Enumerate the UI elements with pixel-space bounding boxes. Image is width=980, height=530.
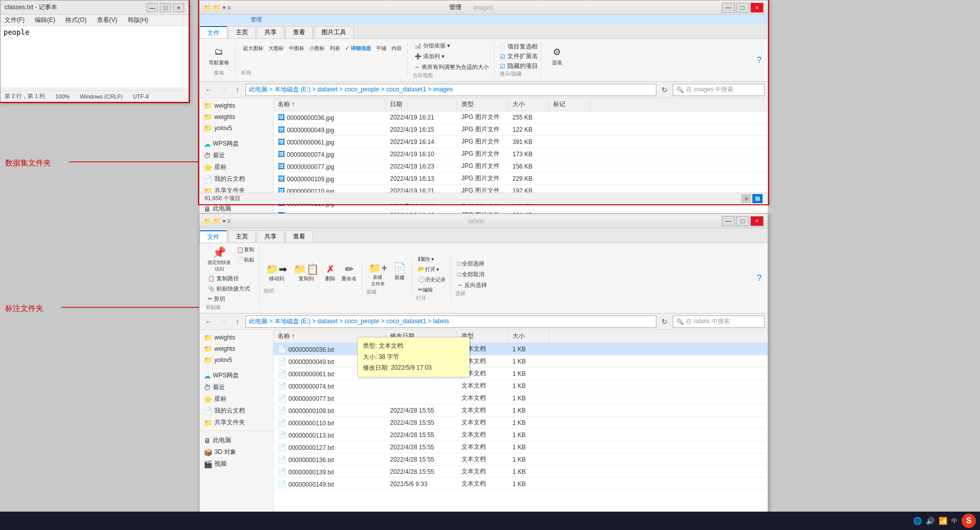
btn-small-icon[interactable]: 小图标	[307, 44, 327, 53]
table-row[interactable]: 📄00000000049.txt 2022/5/9 14:13 文本文档 1 K…	[274, 355, 768, 368]
btn-pin[interactable]: 📌 固定到快速访问	[206, 245, 233, 274]
nav-up-btn-bottom[interactable]: ↑	[231, 316, 243, 328]
table-row[interactable]: 📄00000000149.txt 2022/5/6 9:33 文本文档 1 KB	[274, 478, 768, 490]
sidebar-weights-1[interactable]: 📁weights	[200, 100, 273, 111]
btn-large-icon[interactable]: 大图标	[266, 44, 286, 53]
btn-copy-path[interactable]: 📋 复制路径	[206, 274, 256, 283]
col-header-date[interactable]: 日期	[386, 98, 457, 111]
search-bar-top[interactable]: 🔍 在 images 中搜索	[673, 84, 765, 96]
notepad-menu-edit[interactable]: 编辑(E)	[33, 16, 57, 25]
notepad-menu-view[interactable]: 查看(V)	[95, 16, 119, 25]
sidebar-recent-b[interactable]: ⏱最近	[200, 381, 273, 393]
table-row[interactable]: 📄00000000113.txt 2022/4/28 15:55 文本文档 1 …	[274, 429, 768, 441]
sidebar-wps-b[interactable]: ☁WPS网盘	[200, 370, 273, 381]
view-list-btn[interactable]: ≡	[741, 194, 751, 203]
sidebar-3d-b[interactable]: 📦3D 对象	[200, 446, 273, 458]
tab-file-bottom[interactable]: 文件	[200, 230, 227, 243]
tab-view-bottom[interactable]: 查看	[285, 230, 313, 243]
notepad-menu-format[interactable]: 格式(O)	[63, 16, 88, 25]
notepad-menu-help[interactable]: 韩版(H)	[126, 16, 151, 25]
tab-share-bottom[interactable]: 共享	[257, 230, 284, 243]
btn-detail[interactable]: ✓ 详细信息	[343, 44, 373, 53]
sidebar-yolov5[interactable]: 📁yolov5	[200, 123, 273, 134]
sidebar-video-b[interactable]: 🎬视频	[200, 458, 273, 470]
explorer-bottom-minimize[interactable]: —	[722, 216, 735, 226]
nav-pane-btn[interactable]: 🗂 导航窗格	[207, 44, 231, 67]
tab-file-top[interactable]: 文件	[200, 26, 227, 38]
tab-share-top[interactable]: 共享	[257, 26, 284, 38]
explorer-bottom-maximize[interactable]: □	[736, 216, 749, 226]
sidebar-weights-2-b[interactable]: 📁weights	[200, 343, 273, 354]
tab-pictools-top[interactable]: 图片工具	[314, 26, 354, 38]
table-row[interactable]: 🖼00000000077.jpg 2022/4/19 16:23 JPG 图片文…	[274, 160, 768, 173]
btn-copy[interactable]: 📋 复制	[235, 245, 256, 254]
table-row[interactable]: 📄00000000110.txt 2022/4/28 15:55 文本文档 1 …	[274, 417, 768, 429]
search-bar-bottom[interactable]: 🔍 在 labels 中搜索	[673, 316, 765, 328]
table-row[interactable]: 📄00000000061.txt 文本文档 1 KB	[274, 368, 768, 380]
btn-delete[interactable]: ✗ 删除	[323, 262, 337, 283]
tab-home-bottom[interactable]: 主页	[228, 230, 256, 243]
btn-copy-to[interactable]: 📁📋 复制到	[291, 262, 321, 283]
table-row[interactable]: 🖼00000000049.jpg 2022/4/19 16:15 JPG 图片文…	[274, 124, 768, 136]
btn-tile[interactable]: 平铺	[374, 44, 388, 53]
btn-select-all[interactable]: □ 全部选择	[455, 259, 489, 269]
sidebar-yolov5-b[interactable]: 📁yolov5	[200, 354, 273, 366]
btn-content[interactable]: 内容	[389, 44, 404, 53]
col-header-size[interactable]: 大小	[508, 98, 549, 111]
sidebar-recent[interactable]: ⏱最近	[200, 150, 273, 161]
table-row[interactable]: 📄00000000074.txt 文本文档 1 KB	[274, 380, 768, 392]
table-row[interactable]: 📄00000000077.txt 文本文档 1 KB	[274, 392, 768, 404]
col-header-size-b[interactable]: 大小	[508, 330, 549, 343]
btn-paste-shortcut[interactable]: 📎 粘贴快捷方式	[206, 284, 256, 294]
col-header-tag[interactable]: 标记	[549, 98, 590, 111]
btn-props[interactable]: ℹ 属性 ▾	[416, 255, 448, 264]
cb-file-ext[interactable]: ☑ 文件扩展名	[500, 52, 538, 61]
taskbar-sogou-icon[interactable]: S	[962, 514, 976, 528]
nav-refresh-btn-bottom[interactable]: ↻	[658, 316, 671, 328]
btn-medium-icon[interactable]: 中图标	[287, 44, 306, 53]
btn-rename[interactable]: ✏ 重命名	[339, 262, 359, 283]
explorer-top-maximize[interactable]: □	[736, 3, 749, 13]
btn-history[interactable]: 🕐 历史记录	[416, 275, 448, 284]
notepad-minimize-btn[interactable]: —	[146, 3, 158, 12]
table-row[interactable]: 📄00000000109.txt 2022/4/28 15:55 文本文档 1 …	[274, 404, 768, 417]
sidebar-weights-1-b[interactable]: 📁weights	[200, 332, 273, 343]
sidebar-my-docs[interactable]: 📄我的云文档	[200, 173, 273, 185]
btn-deselect-all[interactable]: □ 全部取消	[455, 270, 489, 279]
btn-paste[interactable]: 📄 粘贴	[235, 255, 256, 264]
btn-invert[interactable]: ↔ 反向选择	[455, 280, 489, 290]
explorer-bottom-close[interactable]: ×	[750, 216, 764, 226]
btn-cut[interactable]: ✂ 剪切	[206, 294, 256, 304]
btn-options[interactable]: ⚙ 选项	[548, 44, 566, 67]
sidebar-weights-2[interactable]: 📁weights	[200, 111, 273, 123]
sidebar-my-docs-b[interactable]: 📄我的云文档	[200, 405, 273, 417]
btn-open[interactable]: 📂 打开 ▾	[416, 265, 448, 274]
help-icon-bottom[interactable]: ?	[754, 274, 765, 283]
sidebar-wps[interactable]: ☁WPS网盘	[200, 138, 273, 150]
sidebar-starred-b[interactable]: ⭐星标	[200, 393, 273, 405]
nav-back-btn[interactable]: ←	[203, 84, 215, 96]
notepad-close-btn[interactable]: ×	[173, 3, 184, 12]
sidebar-this-pc-b[interactable]: 🖥此电脑	[200, 435, 273, 446]
table-row[interactable]: 🖼00000000061.jpg 2022/4/19 16:14 JPG 图片文…	[274, 136, 768, 148]
sidebar-this-pc[interactable]: 🖥此电脑	[200, 203, 273, 214]
btn-new-folder[interactable]: 📁+ 新建文件夹	[366, 261, 389, 288]
breadcrumb-top[interactable]: 此电脑 > 本地磁盘 (E:) > dataset > coco_people …	[246, 84, 656, 96]
btn-sort[interactable]: 📊 分组依据 ▾	[412, 41, 491, 51]
btn-adjust[interactable]: ↔ 将所有列调整为合适的大小	[412, 62, 491, 72]
explorer-top-minimize[interactable]: —	[722, 3, 735, 13]
table-row[interactable]: 🖼00000000074.jpg 2022/4/19 16:10 JPG 图片文…	[274, 148, 768, 160]
cb-project-copy[interactable]: ☐ 项目复选框	[500, 42, 538, 51]
nav-back-btn-bottom[interactable]: ←	[203, 316, 215, 328]
sidebar-shared-b[interactable]: 📁共享文件夹	[200, 417, 273, 428]
btn-add-col[interactable]: ➕ 添加列 ▾	[412, 52, 491, 61]
table-row[interactable]: 🖼00000000036.jpg 2022/4/19 16:21 JPG 图片文…	[274, 111, 768, 124]
notepad-maximize-btn[interactable]: □	[160, 3, 171, 12]
breadcrumb-bottom[interactable]: 此电脑 > 本地磁盘 (E:) > dataset > coco_people …	[246, 316, 656, 328]
tab-view-top[interactable]: 查看	[285, 26, 313, 38]
table-row[interactable]: 📄00000000036.txt 2022/5/9 17:03 文本文档 1 K…	[274, 343, 768, 355]
sidebar-starred[interactable]: ⭐星标	[200, 161, 273, 173]
table-row[interactable]: 📄00000000127.txt 2022/4/28 15:55 文本文档 1 …	[274, 441, 768, 453]
col-header-type[interactable]: 类型	[457, 98, 508, 111]
view-detail-btn[interactable]: ▦	[752, 194, 763, 203]
